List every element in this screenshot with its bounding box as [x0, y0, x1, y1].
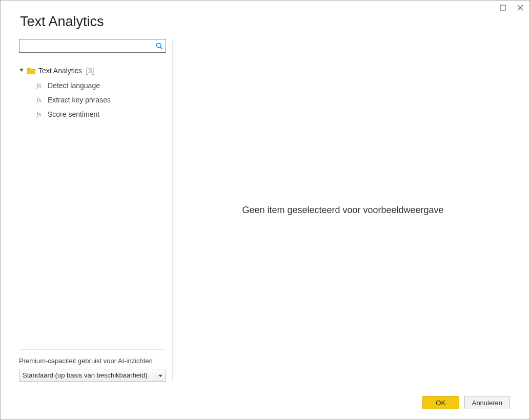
combo-value: Standaard (op basis van beschikbaarheid): [23, 371, 148, 379]
function-tree: Text Analytics [3] fx Detect language fx…: [19, 64, 166, 345]
sidebar-footer: Premium-capaciteit gebruikt voor AI-inzi…: [19, 349, 166, 382]
text-analytics-dialog: Text Analytics: [0, 0, 530, 420]
preview-empty-message: Geen item geselecteerd voor voorbeeldwee…: [242, 205, 443, 216]
chevron-down-icon: [19, 68, 24, 73]
search-box[interactable]: [19, 39, 166, 53]
fx-icon: fx: [34, 110, 44, 118]
svg-marker-6: [158, 374, 162, 377]
search-input[interactable]: [19, 39, 166, 52]
dialog-title: Text Analytics: [20, 14, 513, 30]
tree-folder-text-analytics[interactable]: Text Analytics [3]: [19, 64, 166, 77]
tree-item-label: Extract key phrases: [48, 96, 111, 104]
premium-capacity-label: Premium-capaciteit gebruikt voor AI-inzi…: [19, 357, 166, 365]
tree-item-score-sentiment[interactable]: fx Score sentiment: [34, 107, 166, 121]
fx-icon: fx: [34, 81, 44, 90]
ok-button[interactable]: OK: [422, 396, 459, 409]
cancel-button[interactable]: Annuleren: [464, 396, 510, 409]
dialog-button-bar: OK Annuleren: [19, 382, 513, 409]
tree-item-extract-key-phrases[interactable]: fx Extract key phrases: [34, 93, 166, 107]
fx-icon: fx: [34, 96, 44, 104]
tree-item-label: Score sentiment: [48, 110, 99, 118]
premium-capacity-select[interactable]: Standaard (op basis van beschikbaarheid): [19, 369, 166, 382]
folder-icon: [27, 68, 35, 74]
preview-pane: Geen item geselecteerd voor voorbeeldwee…: [173, 39, 513, 382]
sidebar: Text Analytics [3] fx Detect language fx…: [19, 39, 173, 382]
tree-item-label: Detect language: [48, 81, 100, 90]
svg-marker-5: [19, 69, 24, 72]
tree-item-detect-language[interactable]: fx Detect language: [34, 78, 166, 93]
tree-folder-label: Text Analytics: [38, 67, 82, 75]
tree-folder-count: [3]: [86, 67, 94, 75]
caret-down-icon: [158, 371, 162, 379]
